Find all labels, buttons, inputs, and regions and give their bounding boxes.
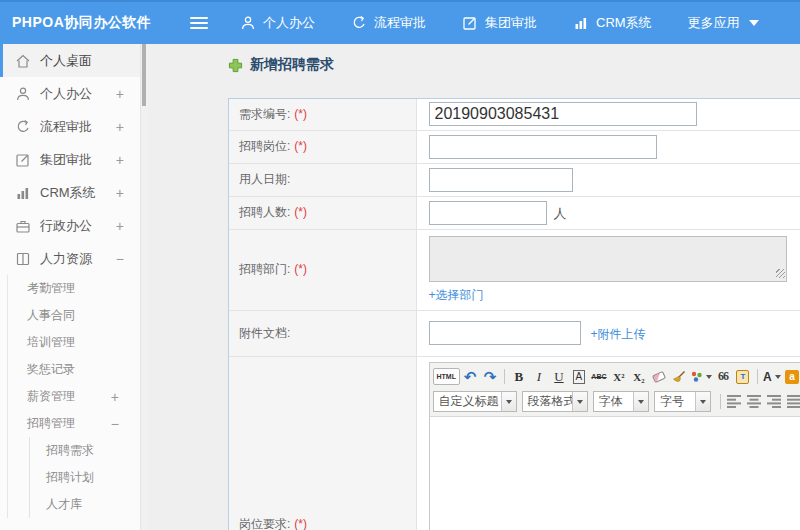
superscript-button[interactable]: X² (609, 367, 629, 387)
resize-grip-icon[interactable] (776, 269, 785, 278)
expand-plus-icon: + (116, 119, 140, 135)
paste-text-button[interactable]: T (733, 367, 753, 387)
sidebar-item-workflow-approval[interactable]: 流程审批 + (0, 110, 140, 143)
sidebar-subitem-recruitment-plan[interactable]: 招聘计划 (30, 464, 140, 491)
align-right-button[interactable] (765, 392, 785, 412)
sidebar-item-admin-office[interactable]: 行政办公 + (0, 209, 140, 242)
color-palette-button[interactable] (689, 367, 713, 387)
recruit-position-input[interactable] (429, 135, 657, 159)
nav-label: 集团审批 (485, 14, 537, 32)
expand-plus-icon: + (116, 152, 140, 168)
editor-toolbar: HTML ↶ ↷ B I U A ABC (430, 363, 800, 417)
scrollbar-thumb[interactable] (142, 44, 146, 106)
html-source-button[interactable]: HTML (433, 368, 460, 385)
topbar: PHPOA协同办公软件 个人办公 流程审批 集团审批 CRM系统 更多应用 (0, 0, 800, 44)
unit-suffix: 人 (554, 206, 567, 221)
font-family-select[interactable]: 字体 (593, 391, 650, 412)
expand-plus-icon: + (111, 389, 140, 405)
recruit-department-textarea[interactable] (429, 236, 787, 282)
sidebar-subitem-recruitment-request[interactable]: 招聘需求 (30, 437, 140, 464)
sidebar-subitem-hr-contract[interactable]: 人事合同 (8, 302, 140, 329)
caret-down-icon (633, 392, 648, 411)
redo-button[interactable]: ↷ (480, 367, 500, 387)
align-left-button[interactable] (725, 392, 745, 412)
nav-more-apps[interactable]: 更多应用 (688, 14, 759, 32)
sidebar-scrollbar[interactable] (140, 44, 148, 530)
font-color-button[interactable]: A (762, 367, 782, 387)
highlight-color-button[interactable]: a (782, 367, 800, 387)
palette-icon (690, 370, 703, 383)
expand-plus-icon: + (116, 86, 140, 102)
page-title: 新增招聘需求 (250, 56, 334, 74)
briefcase-icon (15, 218, 31, 234)
page-title-row: 新增招聘需求 (228, 54, 800, 76)
nav-label: 更多应用 (688, 14, 740, 32)
menu-toggle-icon[interactable] (190, 14, 208, 32)
home-icon (15, 53, 31, 69)
edit-icon (15, 152, 31, 168)
bold-button[interactable]: B (509, 367, 529, 387)
expand-plus-icon: + (116, 185, 140, 201)
sidebar-subitem-attendance[interactable]: 考勤管理 (8, 275, 140, 302)
caret-down-icon (572, 392, 587, 411)
align-justify-button[interactable] (785, 392, 800, 412)
align-center-icon (747, 395, 762, 408)
font-size-select[interactable]: 字号 (654, 391, 711, 412)
expand-plus-icon: + (116, 218, 140, 234)
nav-personal-office[interactable]: 个人办公 (240, 14, 315, 32)
required-marker: (*) (294, 517, 307, 530)
caret-down-icon (706, 375, 712, 379)
field-label: 招聘人数: (239, 205, 290, 219)
collapse-minus-icon: − (111, 416, 140, 432)
remove-format-button[interactable] (649, 367, 669, 387)
sidebar-subitem-talent-pool[interactable]: 人才库 (30, 491, 140, 518)
select-department-link[interactable]: +选择部门 (429, 287, 484, 304)
strikethrough-button[interactable]: ABC (589, 367, 609, 387)
required-marker: (*) (294, 205, 307, 219)
italic-button[interactable]: I (529, 367, 549, 387)
add-icon (228, 58, 243, 73)
toolbar-separator (720, 394, 721, 409)
field-label: 用人日期: (239, 172, 290, 186)
align-center-button[interactable] (745, 392, 765, 412)
sidebar-subitem-recruitment[interactable]: 招聘管理 − (8, 410, 140, 437)
font-style-button[interactable]: A (569, 367, 589, 387)
recruit-count-input[interactable] (429, 201, 547, 225)
paste-icon: T (736, 370, 749, 384)
sidebar-item-personal-office[interactable]: 个人办公 + (0, 77, 140, 110)
nav-group-approval[interactable]: 集团审批 (462, 14, 537, 32)
attachment-upload-link[interactable]: +附件上传 (591, 327, 646, 341)
workflow-icon (351, 15, 367, 31)
undo-button[interactable]: ↶ (460, 367, 480, 387)
sidebar-subitem-reward-punishment[interactable]: 奖惩记录 (8, 356, 140, 383)
paragraph-format-select[interactable]: 段落格式 (522, 391, 588, 412)
editor-content-area[interactable] (430, 417, 800, 530)
blockquote-button[interactable]: 66 (713, 367, 733, 387)
sidebar-subitem-salary[interactable]: 薪资管理 + (8, 383, 140, 410)
request-number-input[interactable] (429, 102, 697, 126)
sidebar-item-group-approval[interactable]: 集团审批 + (0, 143, 140, 176)
required-marker: (*) (294, 262, 307, 276)
sidebar-item-human-resources[interactable]: 人力资源 − (0, 242, 140, 275)
nav-crm-system[interactable]: CRM系统 (573, 14, 652, 32)
field-label: 招聘部门: (239, 262, 290, 276)
format-brush-button[interactable] (669, 367, 689, 387)
app-root: PHPOA协同办公软件 个人办公 流程审批 集团审批 CRM系统 更多应用 (0, 0, 800, 530)
workflow-icon (15, 119, 31, 135)
sidebar-subitem-training[interactable]: 培训管理 (8, 329, 140, 356)
sidebar-item-crm-system[interactable]: CRM系统 + (0, 176, 140, 209)
toolbar-separator (757, 369, 758, 384)
sidebar-item-personal-desktop[interactable]: 个人桌面 (0, 44, 140, 77)
rich-text-editor: HTML ↶ ↷ B I U A ABC (429, 362, 800, 530)
nav-label: 流程审批 (374, 14, 426, 32)
field-label: 招聘岗位: (239, 139, 290, 153)
hiring-date-input[interactable] (429, 168, 573, 192)
nav-workflow-approval[interactable]: 流程审批 (351, 14, 426, 32)
heading-select[interactable]: 自定义标题 (433, 391, 517, 412)
subscript-button[interactable]: X₂ (629, 367, 649, 387)
underline-button[interactable]: U (549, 367, 569, 387)
user-icon (240, 15, 256, 31)
attachment-input[interactable] (429, 321, 581, 345)
book-icon (15, 251, 31, 267)
sidebar: 个人桌面 个人办公 + 流程审批 + 集团审批 + CRM系统 + (0, 44, 140, 530)
